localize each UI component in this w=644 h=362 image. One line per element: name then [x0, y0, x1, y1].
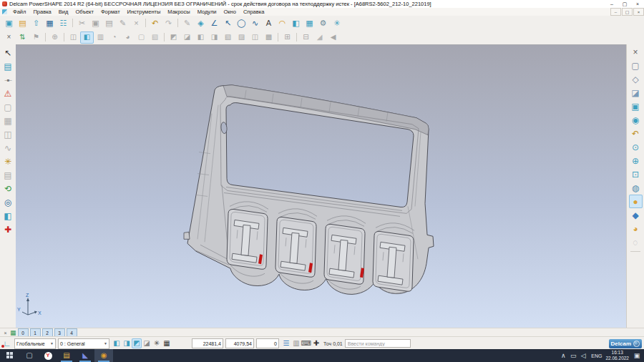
workplane-transform-icon[interactable]: ⇅ — [16, 31, 29, 44]
draft-icon[interactable]: ◫ — [248, 31, 262, 44]
zoom-full-icon[interactable]: ⊕ — [629, 154, 643, 167]
separator[interactable] — [43, 31, 48, 44]
flag-icon[interactable]: ⚑ — [29, 31, 43, 44]
group-icon[interactable]: ⊟ — [299, 31, 313, 44]
view-undo-icon[interactable]: ↶ — [629, 127, 643, 140]
separator[interactable] — [275, 31, 280, 44]
select-cursor-icon[interactable]: ↖ — [1, 46, 14, 59]
format-paint-icon[interactable]: ✎ — [116, 17, 130, 29]
position-list-icon[interactable]: ☰ — [281, 338, 291, 348]
view-iso-icon[interactable]: ◇ — [629, 72, 643, 86]
model-doctor-icon[interactable]: ✚ — [1, 222, 14, 236]
workplane-icon[interactable]: ◈ — [194, 17, 208, 29]
clip-level-4-icon[interactable]: ◪ — [142, 338, 152, 348]
start-button[interactable] — [0, 349, 20, 362]
menu-item[interactable]: Объект — [72, 9, 97, 15]
magic-select-icon[interactable]: ✳ — [152, 338, 162, 348]
solid-revolve-icon[interactable]: ◔ — [107, 31, 121, 44]
text-icon[interactable]: A — [262, 17, 275, 29]
solid-cut-icon[interactable]: ▥ — [94, 31, 107, 44]
menu-item[interactable]: Формат — [97, 9, 124, 15]
connector-icon[interactable]: ◫ — [1, 127, 14, 141]
viewport-canvas[interactable]: Z X Y — [16, 45, 627, 328]
keyboard-icon[interactable]: ⌨ — [301, 338, 311, 348]
tolerance-value[interactable]: 0,01 — [333, 341, 343, 346]
delcam-logo[interactable]: Delcam — [609, 339, 642, 348]
print-icon[interactable]: ☷ — [57, 17, 70, 29]
sketch-icon[interactable]: ∿ — [1, 141, 14, 155]
tray-volume-muted-icon[interactable]: ◁ — [579, 351, 587, 361]
redo-icon[interactable]: ↷ — [162, 17, 175, 29]
separator[interactable] — [294, 31, 299, 44]
recycle-bin-icon[interactable]: ⟲ — [1, 182, 14, 195]
notification-center-icon[interactable]: ▣ — [633, 351, 641, 361]
coord-x-field[interactable]: 22481,4 — [192, 338, 223, 348]
assembly-icon[interactable]: ⚙ — [316, 17, 330, 29]
circle-icon[interactable]: ◯ — [235, 17, 248, 29]
viewport[interactable]: Z X Y — [16, 44, 627, 328]
task-powershape-icon[interactable]: ◉ — [94, 349, 113, 362]
solid-trim-icon[interactable]: ▧ — [148, 31, 162, 44]
pattern-icon[interactable]: ⊞ — [280, 31, 294, 44]
shell-icon[interactable]: ▨ — [235, 31, 248, 44]
model-box-icon[interactable]: ◧ — [1, 209, 14, 222]
menu-item[interactable]: Вид — [55, 9, 72, 15]
separator[interactable] — [175, 17, 180, 29]
mdi-minimize-button[interactable]: – — [610, 8, 621, 16]
levels-icon[interactable]: ▦ — [10, 330, 16, 336]
ungroup-icon[interactable]: ◢ — [313, 31, 326, 44]
separator[interactable] — [70, 17, 75, 29]
import-icon[interactable]: ⇧ — [29, 17, 43, 29]
wizard-icon[interactable]: ✳ — [330, 17, 343, 29]
workplane-status-icon[interactable]: ∟ — [2, 339, 12, 348]
tray-display-icon[interactable]: ▭ — [569, 351, 577, 361]
bulb-icon[interactable]: ◌ — [629, 235, 643, 249]
task-explorer-icon[interactable]: ▤ — [57, 349, 76, 362]
new-model-icon[interactable]: ▣ — [2, 17, 16, 29]
sheet-icon[interactable]: ▢ — [1, 100, 14, 114]
workplane-select[interactable]: Глобальные ▼ — [14, 338, 56, 349]
view-wireframe-icon[interactable]: ▢ — [629, 59, 643, 72]
material-icon[interactable]: ◕ — [629, 222, 643, 235]
view-top-icon[interactable]: ▣ — [629, 99, 643, 113]
line-icon[interactable]: ∠ — [208, 17, 221, 29]
coord-z-field[interactable]: 0 — [256, 338, 279, 348]
clip-level-3-icon[interactable]: ◩ — [132, 338, 142, 348]
solid-icon[interactable]: ◧ — [289, 17, 303, 29]
cut-icon[interactable]: ✂ — [75, 17, 89, 29]
separator[interactable] — [162, 31, 167, 44]
column-icon[interactable]: ▥ — [291, 338, 301, 348]
menu-item[interactable]: Модули — [194, 9, 220, 15]
menu-item[interactable]: Макросы — [164, 9, 193, 15]
model-3d[interactable] — [184, 85, 434, 295]
save-icon[interactable]: ▦ — [43, 17, 57, 29]
mdi-close-button[interactable]: × — [633, 8, 644, 16]
close-button[interactable]: × — [631, 0, 644, 8]
separator[interactable] — [62, 31, 67, 44]
find-box-icon[interactable]: ◎ — [1, 195, 14, 209]
solid-extrude-icon[interactable]: ◧ — [80, 31, 94, 44]
task-yandex-icon[interactable]: Y — [39, 349, 57, 362]
view-camera-icon[interactable]: ◉ — [629, 113, 643, 127]
arc-icon[interactable]: ↖ — [221, 17, 235, 29]
direction-icon[interactable]: ◀ — [326, 31, 340, 44]
toolbar-close-icon[interactable]: × — [2, 31, 16, 44]
command-input[interactable] — [345, 339, 411, 348]
task-cad-icon[interactable]: ◣ — [76, 349, 94, 362]
boolean-intersect-icon[interactable]: ◧ — [194, 31, 208, 44]
delete-icon[interactable]: × — [130, 17, 143, 29]
solid-box-icon[interactable]: ◫ — [67, 31, 80, 44]
smart-feature-icon[interactable]: ✳ — [1, 155, 14, 168]
zoom-in-icon[interactable]: ⊙ — [629, 140, 643, 154]
minimize-button[interactable]: – — [605, 0, 618, 8]
cursor-tool-icon[interactable]: ✚ — [311, 338, 321, 348]
maximize-button[interactable]: ▢ — [618, 0, 631, 8]
shaded-render-icon[interactable]: ● — [629, 195, 643, 208]
solid-limit-icon[interactable]: ▢ — [135, 31, 148, 44]
zoom-box-icon[interactable]: ⊡ — [629, 167, 643, 181]
boolean-subtract-icon[interactable]: ◪ — [180, 31, 194, 44]
task-system-icon[interactable]: ▢ — [20, 349, 39, 362]
copy-icon[interactable]: ▣ — [89, 17, 102, 29]
add-instance-icon[interactable]: ⊕ — [48, 31, 62, 44]
coord-y-field[interactable]: 4079,54 — [225, 338, 254, 348]
